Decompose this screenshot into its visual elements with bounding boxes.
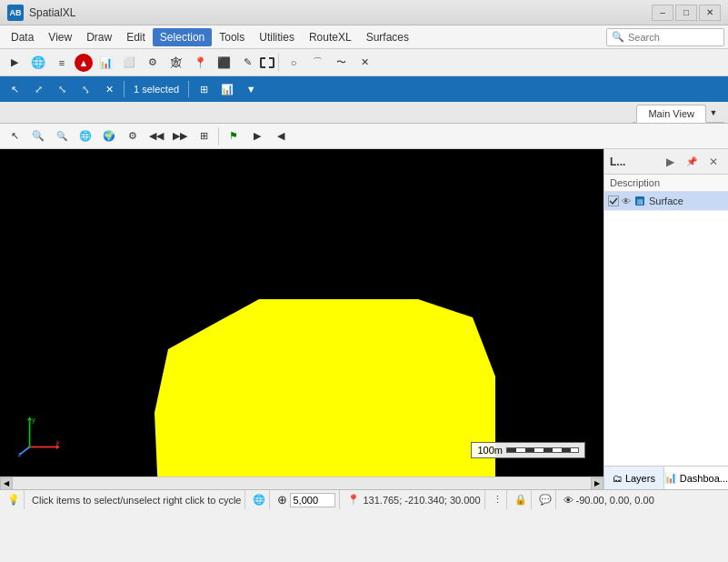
tb-cursor[interactable]: ▶ <box>4 52 25 74</box>
tb3-next[interactable]: ▶▶ <box>169 125 191 147</box>
status-message: Click items to select/unselect right cli… <box>32 495 241 506</box>
status-message-icon[interactable]: 💬 <box>535 490 556 509</box>
tb2-export[interactable]: 📊 <box>216 79 238 99</box>
panel-col-header: Description <box>604 175 728 192</box>
status-view: 👁 -90.00, 0.00, 0.00 <box>560 490 658 509</box>
tab-dropdown[interactable]: ▼ <box>706 105 721 120</box>
tab-main-view[interactable]: Main View <box>636 105 706 123</box>
tb2-select[interactable]: ↖ <box>4 79 25 99</box>
search-box[interactable]: 🔍 <box>606 28 724 46</box>
menu-utilities[interactable]: Utilities <box>252 28 302 46</box>
tb-sep1 <box>278 54 279 72</box>
svg-text:y: y <box>32 416 35 424</box>
minimize-button[interactable]: – <box>652 5 673 21</box>
dashboard-tab-label: Dashboa... <box>680 473 728 484</box>
menu-bar: Data View Draw Edit Selection Tools Util… <box>0 25 728 49</box>
menu-surfaces[interactable]: Surfaces <box>359 28 416 46</box>
panel-title: L... <box>610 156 657 168</box>
selection-count-label: 1 selected <box>128 84 184 95</box>
tb3-zoom-in[interactable]: 🔍 <box>27 125 49 147</box>
tb-erase[interactable]: ✕ <box>354 52 375 74</box>
status-coords: 📍 131.765; -210.340; 30.000 <box>344 490 484 509</box>
layer-name: Surface <box>649 196 683 206</box>
tb-select-rect[interactable] <box>260 57 274 68</box>
scroll-right-arrow[interactable]: ▶ <box>591 477 603 490</box>
scroll-left-arrow[interactable]: ◀ <box>0 477 13 490</box>
tb2-select3[interactable]: ⤡ <box>51 79 73 99</box>
menu-edit[interactable]: Edit <box>119 28 153 46</box>
window-controls: – □ ✕ <box>652 5 721 21</box>
tb-freehand[interactable]: 〜 <box>330 52 352 74</box>
map-canvas-container[interactable]: x y z 100m <box>0 149 603 477</box>
tb2-table[interactable]: ⊞ <box>193 79 214 99</box>
tb2-select4[interactable]: ⤣ <box>75 79 96 99</box>
horizontal-scrollbar[interactable]: ◀ ▶ <box>0 477 603 489</box>
status-tip-text: Click items to select/unselect right cli… <box>28 490 245 509</box>
close-button[interactable]: ✕ <box>699 5 721 21</box>
panel-forward-btn[interactable]: ▶ <box>661 153 679 171</box>
pin-icon: 📍 <box>347 494 360 506</box>
panel-content: Description 👁 ▤ Surface <box>604 175 728 466</box>
tb3-settings[interactable]: ⚙ <box>122 125 144 147</box>
tb3-globe2[interactable]: 🌍 <box>98 125 120 147</box>
lock-icon: 🔒 <box>514 494 527 506</box>
status-scale[interactable]: ⊕ <box>274 490 340 509</box>
menu-selection[interactable]: Selection <box>153 28 212 46</box>
globe-icon: 🌐 <box>253 494 265 506</box>
tb-location[interactable]: 📍 <box>189 52 211 74</box>
menu-tools[interactable]: Tools <box>212 28 252 46</box>
status-dots[interactable]: ⋮ <box>489 490 507 509</box>
scroll-track-h[interactable] <box>13 477 591 489</box>
tb-chart[interactable]: 📊 <box>95 52 116 74</box>
tb3-prev[interactable]: ◀◀ <box>145 125 167 147</box>
tb3-globe1[interactable]: 🌐 <box>75 125 96 147</box>
layer-checkbox[interactable] <box>608 196 619 206</box>
panel-tab-dashboard[interactable]: 📊 Dashboa... <box>664 467 728 489</box>
tb3-zoom-out[interactable]: 🔍 <box>51 125 73 147</box>
tb2-dropdown[interactable]: ▼ <box>240 79 262 99</box>
panel-close-btn[interactable]: ✕ <box>704 153 723 171</box>
tb3-grid[interactable]: ⊞ <box>193 125 214 147</box>
tb-layers[interactable]: ≡ <box>51 52 73 74</box>
layer-row-surface[interactable]: 👁 ▤ Surface <box>604 192 728 211</box>
tb-map-pin[interactable]: ▲ <box>75 54 93 72</box>
layer-visibility-icon[interactable]: 👁 <box>622 196 631 206</box>
panel-tabs: 🗂 Layers 📊 Dashboa... <box>604 466 728 489</box>
menu-routexl[interactable]: RouteXL <box>302 28 359 46</box>
layers-tab-icon: 🗂 <box>613 473 623 484</box>
menu-data[interactable]: Data <box>4 28 41 46</box>
status-globe[interactable]: 🌐 <box>249 490 270 509</box>
tb2-delete[interactable]: ✕ <box>98 79 120 99</box>
dashboard-tab-icon: 📊 <box>664 472 677 484</box>
menu-view[interactable]: View <box>41 28 79 46</box>
panel-tab-layers[interactable]: 🗂 Layers <box>604 467 664 489</box>
menu-draw[interactable]: Draw <box>79 28 119 46</box>
tb-globe[interactable]: 🌐 <box>27 52 49 74</box>
tb3-flag[interactable]: ⚑ <box>223 125 244 147</box>
toolbar-view: ↖ 🔍 🔍 🌐 🌍 ⚙ ◀◀ ▶▶ ⊞ ⚑ ▶ ◀ <box>0 124 728 149</box>
tb-box[interactable]: ⬜ <box>118 52 140 74</box>
dots-icon: ⋮ <box>493 494 503 506</box>
tb2-sep2 <box>188 81 189 97</box>
tb-network[interactable]: 🕸 <box>165 52 187 74</box>
tb-polyline[interactable]: ⌒ <box>306 52 328 74</box>
tb-pen[interactable]: ✎ <box>236 52 258 74</box>
tb3-end[interactable]: ◀ <box>270 125 292 147</box>
app-icon: AB <box>7 5 24 21</box>
tb-settings[interactable]: ⚙ <box>142 52 164 74</box>
panel-pin-btn[interactable]: 📌 <box>683 153 701 171</box>
tb3-play[interactable]: ▶ <box>246 125 268 147</box>
map-canvas <box>0 149 603 477</box>
panel-header: L... ▶ 📌 ✕ <box>604 149 728 175</box>
svg-text:x: x <box>56 438 60 447</box>
scale-input[interactable] <box>290 493 335 507</box>
layers-tab-label: Layers <box>625 473 655 484</box>
tb2-select2[interactable]: ⤢ <box>27 79 49 99</box>
tb3-arrow[interactable]: ↖ <box>4 125 25 147</box>
maximize-button[interactable]: □ <box>675 5 697 21</box>
tb-node[interactable]: ○ <box>283 52 304 74</box>
status-lock[interactable]: 🔒 <box>511 490 532 509</box>
search-input[interactable] <box>628 32 719 43</box>
tb-square2[interactable]: ⬛ <box>213 52 234 74</box>
title-bar: AB SpatialXL – □ ✕ <box>0 0 728 25</box>
